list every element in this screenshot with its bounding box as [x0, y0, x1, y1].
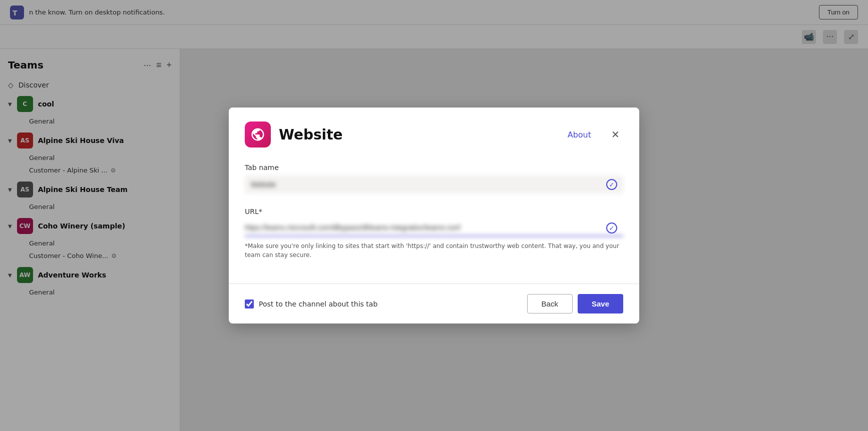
url-group: URL* ✓ *Make sure you're only linking to…	[245, 208, 623, 260]
modal-title: Website	[279, 126, 560, 143]
tab-name-input-wrapper: ✓	[245, 176, 623, 194]
save-button[interactable]: Save	[578, 294, 623, 314]
url-hint: *Make sure you're only linking to sites …	[245, 242, 623, 260]
url-input-wrapper: ✓	[245, 220, 623, 236]
modal-about-link[interactable]: About	[568, 130, 591, 140]
back-button[interactable]: Back	[527, 294, 573, 314]
post-to-channel-wrapper: Post to the channel about this tab	[245, 300, 519, 308]
url-input[interactable]	[245, 220, 623, 236]
tab-name-check-icon: ✓	[606, 179, 617, 190]
modal-close-button[interactable]: ✕	[607, 126, 623, 142]
tab-name-group: Tab name ✓	[245, 164, 623, 194]
globe-icon	[250, 127, 265, 142]
url-check-icon: ✓	[606, 222, 617, 234]
tab-name-label: Tab name	[245, 164, 623, 172]
modal-footer: Post to the channel about this tab Back …	[229, 284, 639, 324]
tab-name-input[interactable]	[245, 176, 623, 194]
footer-actions: Back Save	[527, 294, 623, 314]
url-label: URL*	[245, 208, 623, 216]
post-to-channel-checkbox[interactable]	[245, 300, 254, 308]
modal-header: Website About ✕	[229, 108, 639, 158]
website-modal: Website About ✕ Tab name ✓ URL* ✓	[229, 108, 639, 324]
modal-body: Tab name ✓ URL* ✓ *Make sure you're only…	[229, 158, 639, 284]
app-icon	[245, 122, 271, 148]
modal-overlay: Website About ✕ Tab name ✓ URL* ✓	[0, 0, 868, 431]
post-to-channel-label: Post to the channel about this tab	[259, 300, 377, 308]
